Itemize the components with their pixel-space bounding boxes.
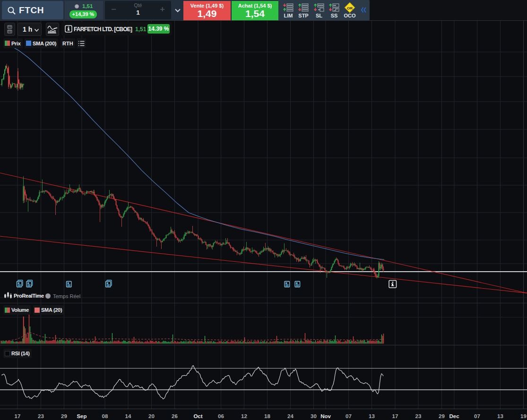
svg-text:12: 12 bbox=[241, 413, 247, 419]
svg-text:20: 20 bbox=[148, 413, 155, 419]
svg-text:23: 23 bbox=[415, 413, 422, 419]
svg-text:18: 18 bbox=[264, 413, 270, 419]
svg-text:30: 30 bbox=[311, 413, 317, 419]
svg-text:Sep: Sep bbox=[77, 413, 86, 419]
svg-text:06: 06 bbox=[218, 413, 224, 419]
svg-text:13: 13 bbox=[369, 413, 375, 419]
svg-text:23: 23 bbox=[38, 413, 44, 419]
svg-text:Oct: Oct bbox=[193, 413, 202, 419]
svg-text:29: 29 bbox=[61, 413, 67, 419]
svg-text:26: 26 bbox=[172, 413, 178, 419]
svg-text:Dec: Dec bbox=[449, 413, 459, 419]
svg-text:17: 17 bbox=[392, 413, 398, 419]
svg-text:24: 24 bbox=[287, 413, 294, 419]
svg-text:Nov: Nov bbox=[320, 413, 331, 419]
svg-text:07: 07 bbox=[346, 413, 352, 419]
svg-text:17: 17 bbox=[15, 413, 21, 419]
svg-text:08: 08 bbox=[102, 413, 108, 419]
svg-text:14: 14 bbox=[125, 413, 131, 419]
svg-text:13: 13 bbox=[497, 413, 503, 419]
svg-text:07: 07 bbox=[474, 413, 480, 419]
svg-text:OR: OR bbox=[347, 6, 353, 10]
svg-text:29: 29 bbox=[439, 413, 445, 419]
svg-text:19: 19 bbox=[520, 413, 527, 419]
